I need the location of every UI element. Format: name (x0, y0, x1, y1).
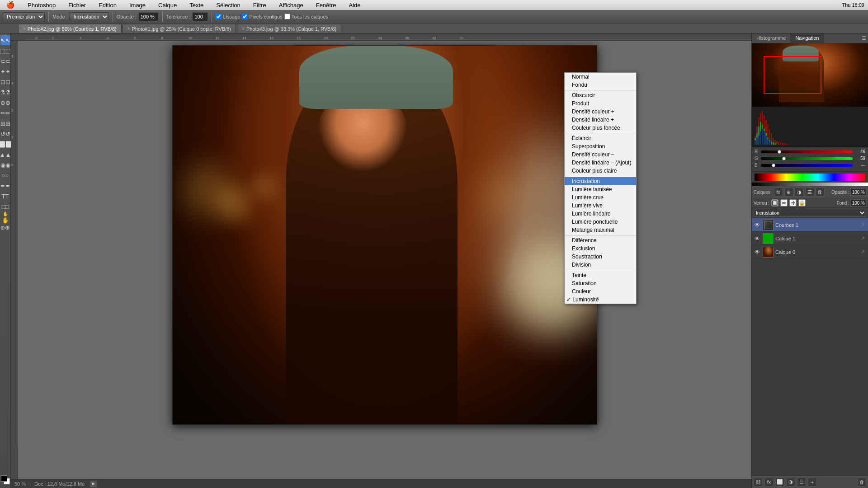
canvas-container[interactable] (18, 41, 751, 479)
blend-densite-couleur-plus[interactable]: Densité couleur + (565, 108, 636, 116)
blend-saturation[interactable]: Saturation (565, 279, 636, 287)
layer-visibility-calque1[interactable]: 👁 (754, 235, 761, 242)
lock-pixels-btn[interactable]: ✏ (780, 199, 788, 206)
menu-aide[interactable]: Aide (346, 1, 363, 9)
blend-luminosite[interactable]: Luminosité (565, 296, 636, 304)
tool-wand[interactable]: ✦ (0, 66, 10, 76)
layer-fx-btn[interactable]: fx (774, 188, 783, 197)
layer-new-btn[interactable]: + (808, 478, 817, 487)
blend-incrustation[interactable]: Incrustation (565, 177, 636, 185)
all-layers-checkbox[interactable] (284, 14, 290, 19)
blend-densite-couleur-moins[interactable]: Densité couleur – (565, 150, 636, 159)
foreground-color-box[interactable] (1, 475, 7, 482)
menu-fichier[interactable]: Fichier (66, 1, 89, 9)
r-track[interactable] (761, 150, 853, 153)
blend-lumiere-ponctuelle[interactable]: Lumière ponctuelle (565, 218, 636, 226)
menu-texte[interactable]: Texte (187, 1, 206, 9)
tool-brush[interactable]: ✏ (0, 108, 10, 118)
menu-fenetre[interactable]: Fenêtre (313, 1, 339, 9)
layer-new-group-btn[interactable]: ☰ (797, 478, 806, 487)
layer-row-curves1[interactable]: 👁 Courbes 1 ↗ (752, 218, 868, 232)
fill-input[interactable] (850, 199, 866, 206)
tab-close-2[interactable]: × (242, 26, 245, 31)
layer-trash-btn[interactable]: 🗑 (816, 188, 825, 197)
b-track[interactable] (761, 164, 853, 167)
smooth-checkbox[interactable] (216, 14, 222, 19)
layer-visibility-curves1[interactable]: 👁 (754, 221, 761, 229)
layer-action-calque0[interactable]: ↗ (859, 249, 866, 256)
play-button[interactable]: ▶ (90, 480, 97, 488)
tool-marquee[interactable]: ⬚ (0, 46, 10, 56)
tool-zoom[interactable]: ⊕ (0, 222, 10, 232)
lock-position-btn[interactable]: ✛ (789, 199, 797, 206)
layer-new-adj-btn[interactable]: ◑ (786, 478, 795, 487)
menu-image[interactable]: Image (127, 1, 148, 9)
blend-melange-maximal[interactable]: Mélange maximal (565, 226, 636, 234)
preset-select[interactable]: Premier plan (3, 12, 45, 21)
blend-couleur-foncee[interactable]: Couleur plus foncée (565, 124, 636, 132)
layers-opacity-input[interactable] (850, 188, 866, 196)
tool-eraser[interactable]: ⬜ (0, 139, 10, 149)
layer-adj-btn[interactable]: ◑ (795, 188, 804, 197)
tool-blur[interactable]: ◉ (0, 160, 10, 170)
tool-dodge[interactable]: ○ (0, 170, 10, 180)
apple-menu[interactable]: 🍎 (4, 0, 18, 10)
layer-link-btn[interactable]: ⛓ (754, 478, 763, 487)
tab-navigation[interactable]: Navigation (791, 33, 824, 43)
layer-row-calque0[interactable]: 👁 Calque 0 ↗ (752, 245, 868, 259)
menu-filtre[interactable]: Filtre (250, 1, 269, 9)
menu-affichage[interactable]: Affichage (276, 1, 306, 9)
blend-normal[interactable]: Normal (565, 73, 636, 81)
b-thumb[interactable] (772, 164, 775, 167)
tolerance-input[interactable] (192, 12, 208, 21)
blend-couleur[interactable]: Couleur (565, 287, 636, 296)
opacity-input[interactable] (138, 12, 159, 21)
tool-eyedrop[interactable]: ⚗ (0, 87, 10, 97)
color-boxes[interactable] (1, 475, 10, 484)
nav-preview[interactable] (752, 43, 868, 107)
g-track[interactable] (761, 157, 853, 160)
tool-pen[interactable]: ✒ (0, 181, 10, 191)
layer-style-btn[interactable]: fx (764, 478, 774, 487)
color-gradient-bar[interactable] (755, 174, 865, 181)
blend-teinte[interactable]: Teinte (565, 271, 636, 279)
blend-mode-select[interactable]: Normal Fondu Obscurcir Produit Incrustat… (754, 209, 866, 217)
tab-1[interactable]: × Photo#1.jpg @ 25% (Calque 0 copie, RVB… (123, 24, 236, 33)
blend-difference[interactable]: Différence (565, 236, 636, 244)
blend-superposition[interactable]: Superposition (565, 142, 636, 150)
mode-select[interactable]: Normal Fondu Incrustation (70, 12, 109, 21)
tool-lasso[interactable]: ⊂ (0, 56, 10, 66)
blend-lumiere-tamisee[interactable]: Lumière tamisée (565, 185, 636, 193)
tool-stamp[interactable]: ⊞ (0, 118, 10, 128)
menu-photoshop[interactable]: Photoshop (25, 1, 58, 9)
layer-action-curves1[interactable]: ↗ (859, 221, 866, 229)
blend-soustraction[interactable]: Soustraction (565, 253, 636, 261)
menu-calque[interactable]: Calque (156, 1, 179, 9)
blend-lumiere-crue[interactable]: Lumière crue (565, 193, 636, 202)
contiguous-checkbox[interactable] (242, 14, 248, 19)
blend-produit[interactable]: Produit (565, 99, 636, 108)
blend-division[interactable]: Division (565, 261, 636, 269)
tool-text[interactable]: T (0, 191, 10, 201)
tool-bucket[interactable]: ▲ (0, 150, 10, 160)
tool-history[interactable]: ↺ (0, 129, 10, 139)
photo-canvas[interactable] (172, 45, 597, 425)
tool-arrow[interactable]: ↖ (0, 35, 10, 45)
layer-delete-btn[interactable]: 🗑 (857, 478, 866, 487)
blend-densite-lineaire-plus[interactable]: Densité linéaire + (565, 116, 636, 124)
blend-mode-dropdown[interactable]: Normal Fondu Obscurcir Produit Densité c… (564, 72, 637, 304)
blend-obscurcir[interactable]: Obscurcir (565, 91, 636, 99)
lock-all-btn[interactable]: 🔒 (798, 199, 806, 206)
r-thumb[interactable] (778, 150, 781, 154)
blend-couleur-claire[interactable]: Couleur plus claire (565, 167, 636, 175)
menu-edition[interactable]: Edition (96, 1, 119, 9)
layer-mask-btn[interactable]: ⊕ (784, 188, 793, 197)
tool-crop[interactable]: ⊡ (0, 77, 10, 87)
tab-histogramme[interactable]: Histogramme (752, 33, 791, 43)
tab-close-0[interactable]: × (23, 26, 26, 31)
tab-0[interactable]: × Photo#2.jpg @ 50% (Courbes 1, RVB/8) (18, 24, 122, 33)
layer-row-calque1[interactable]: 👁 Calque 1 ↗ (752, 232, 868, 245)
tab-2[interactable]: × Photo#3.jpg @ 33,3% (Calque 1, RVB/8) (237, 24, 341, 33)
blend-densite-lineaire-moins[interactable]: Densité linéaire – (Ajout) (565, 159, 636, 167)
g-thumb[interactable] (782, 157, 786, 160)
